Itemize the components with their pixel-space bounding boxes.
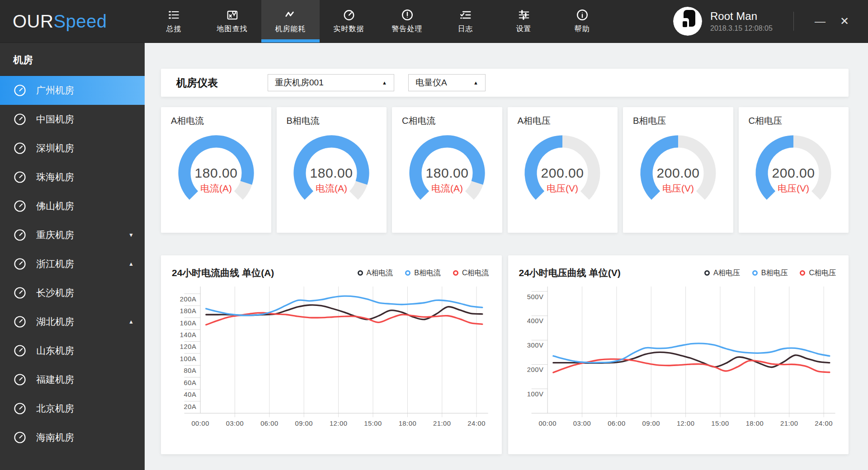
legend-ring-icon — [453, 270, 458, 276]
svg-text:100V: 100V — [527, 390, 543, 398]
gauge-icon — [13, 344, 27, 357]
top-navbar: OURSpeed 总揽 地图查找 机房能耗 实时数据 警告处理 日志 设置 帮助 — [0, 0, 868, 43]
chart-head: 24小时电流曲线 单位(A) A相电流 B相电流 C相电流 — [172, 267, 491, 279]
nav-item-label: 实时数据 — [334, 24, 364, 34]
svg-text:180A: 180A — [180, 307, 197, 315]
nav-item-实时数据[interactable]: 实时数据 — [320, 0, 378, 42]
legend-item-C相电流[interactable]: C相电流 — [453, 268, 489, 278]
chart-legend: A相电流 B相电流 C相电流 — [358, 268, 489, 278]
gauge-icon — [13, 373, 27, 386]
legend-ring-icon — [752, 270, 758, 276]
svg-text:400V: 400V — [527, 317, 543, 324]
gauge-unit-label: 电流(A) — [316, 183, 347, 193]
rooms-sidebar: 机房 广州机房 中国机房 深圳机房 珠海机房 佛山机房 重庆机房 ▼ 浙江机房 … — [0, 43, 145, 470]
logo-suffix: Speed — [53, 11, 107, 32]
app-logo: OURSpeed — [0, 0, 145, 42]
nav-item-警告处理[interactable]: 警告处理 — [378, 0, 436, 42]
gauge-icon — [13, 286, 27, 300]
meter-select[interactable]: 电量仪A ▲ — [408, 74, 486, 91]
room-select-value: 重庆机房001 — [275, 77, 324, 89]
sidebar-item-北京机房[interactable]: 北京机房 — [0, 394, 145, 423]
legend-item-A相电流[interactable]: A相电流 — [358, 268, 393, 278]
sidebar-item-label: 广州机房 — [36, 84, 74, 97]
legend-ring-icon — [800, 270, 805, 276]
logo-prefix: OUR — [13, 11, 53, 32]
minimize-button[interactable]: — — [807, 15, 833, 28]
gauge-chart: 180.00 电流(A) — [404, 133, 490, 210]
sidebar-item-label: 湖北机房 — [36, 315, 74, 328]
sidebar-item-浙江机房[interactable]: 浙江机房 ▲ — [0, 249, 145, 278]
legend-label: C相电压 — [809, 268, 836, 278]
logs-icon — [459, 9, 472, 21]
sidebar-title: 机房 — [0, 43, 145, 76]
legend-item-B相电压[interactable]: B相电压 — [752, 268, 788, 278]
svg-text:06:00: 06:00 — [260, 420, 278, 427]
legend-item-B相电流[interactable]: B相电流 — [405, 268, 441, 278]
legend-ring-icon — [704, 270, 710, 276]
energy-icon — [284, 9, 297, 21]
legend-item-C相电压[interactable]: C相电压 — [800, 268, 836, 278]
nav-item-总揽[interactable]: 总揽 — [145, 0, 203, 42]
svg-text:500V: 500V — [527, 293, 543, 301]
gauge-unit-label: 电流(A) — [431, 183, 463, 193]
svg-text:24:00: 24:00 — [815, 420, 833, 427]
gauge-card-B相电流: B相电流 180.00 电流(A) — [277, 107, 387, 233]
svg-text:12:00: 12:00 — [330, 420, 348, 427]
gauge-title: B相电压 — [633, 115, 723, 127]
gauge-value: 180.00 — [310, 165, 353, 180]
user-avatar[interactable] — [673, 7, 702, 36]
sidebar-item-湖北机房[interactable]: 湖北机房 ▲ — [0, 307, 145, 336]
help-icon — [576, 9, 589, 21]
gauge-icon — [13, 402, 27, 415]
sidebar-item-福建机房[interactable]: 福建机房 — [0, 365, 145, 394]
nav-item-label: 机房能耗 — [275, 24, 306, 34]
svg-text:09:00: 09:00 — [642, 420, 660, 427]
sidebar-item-山东机房[interactable]: 山东机房 — [0, 336, 145, 365]
overview-icon — [168, 9, 180, 21]
page-title: 机房仪表 — [176, 76, 218, 90]
sidebar-item-广州机房[interactable]: 广州机房 — [0, 76, 145, 105]
sidebar-item-长沙机房[interactable]: 长沙机房 — [0, 278, 145, 307]
nav-item-日志[interactable]: 日志 — [436, 0, 495, 42]
svg-text:140A: 140A — [180, 331, 197, 338]
gauge-unit-label: 电压(V) — [547, 183, 578, 193]
gauge-chart: 200.00 电压(V) — [635, 133, 721, 210]
close-button[interactable]: ✕ — [833, 15, 856, 28]
nav-item-机房能耗[interactable]: 机房能耗 — [261, 0, 320, 42]
svg-text:20A: 20A — [184, 403, 196, 410]
svg-text:24:00: 24:00 — [467, 420, 486, 427]
gauge-icon — [13, 170, 27, 184]
sidebar-item-中国机房[interactable]: 中国机房 — [0, 105, 145, 134]
nav-item-设置[interactable]: 设置 — [495, 0, 553, 42]
sidebar-item-label: 山东机房 — [36, 344, 74, 357]
gauge-chart: 180.00 电流(A) — [288, 133, 374, 210]
sidebar-item-重庆机房[interactable]: 重庆机房 ▼ — [0, 221, 145, 249]
legend-label: A相电流 — [367, 268, 393, 278]
gauge-chart: 180.00 电流(A) — [173, 133, 259, 210]
svg-text:00:00: 00:00 — [538, 420, 557, 427]
sidebar-item-珠海机房[interactable]: 珠海机房 — [0, 163, 145, 192]
sidebar-item-深圳机房[interactable]: 深圳机房 — [0, 134, 145, 163]
legend-label: B相电流 — [414, 268, 441, 278]
room-select[interactable]: 重庆机房001 ▲ — [268, 74, 394, 91]
sidebar-item-佛山机房[interactable]: 佛山机房 — [0, 192, 145, 221]
gauge-unit-label: 电流(A) — [200, 183, 232, 193]
gauge-unit-label: 电压(V) — [778, 183, 809, 193]
user-name: Root Man — [710, 10, 773, 23]
nav-item-地图查找[interactable]: 地图查找 — [203, 0, 261, 42]
svg-text:60A: 60A — [184, 379, 196, 386]
nav-item-帮助[interactable]: 帮助 — [553, 0, 611, 42]
app-window: OURSpeed 总揽 地图查找 机房能耗 实时数据 警告处理 日志 设置 帮助 — [0, 0, 868, 470]
caret-up-icon: ▲ — [128, 319, 134, 325]
svg-text:18:00: 18:00 — [399, 420, 417, 427]
sidebar-item-label: 珠海机房 — [36, 171, 74, 183]
sidebar-item-海南机房[interactable]: 海南机房 — [0, 423, 145, 452]
svg-text:200A: 200A — [180, 296, 197, 303]
line-chart: 200A180A160A140A120A100A80A60A40A20A00:0… — [172, 280, 491, 431]
gauge-icon — [13, 228, 27, 242]
gauge-card-C相电压: C相电压 200.00 电压(V) — [739, 107, 849, 233]
gauge-value: 180.00 — [425, 165, 468, 180]
chart-head: 24小时电压曲线 单位(V) A相电压 B相电压 C相电压 — [519, 267, 838, 279]
svg-text:15:00: 15:00 — [364, 420, 382, 427]
legend-item-A相电压[interactable]: A相电压 — [704, 268, 740, 278]
